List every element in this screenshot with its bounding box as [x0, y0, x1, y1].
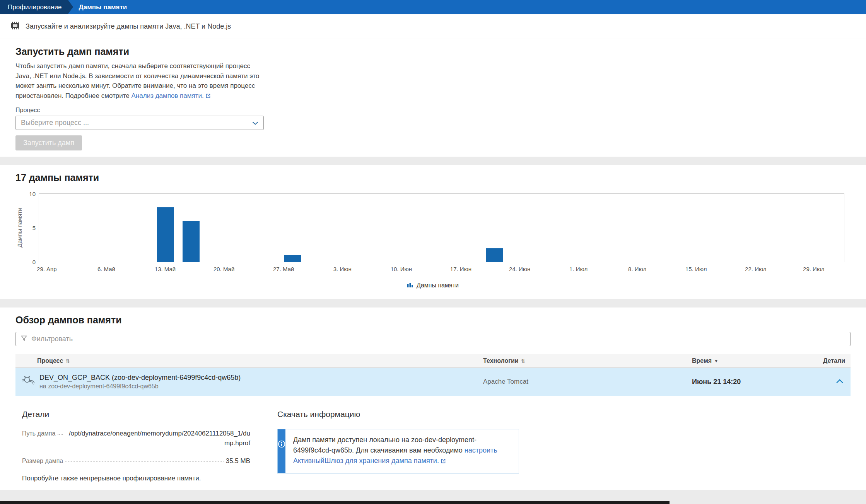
- trigger-dump-section: Запустить дамп памяти Чтобы запустить да…: [0, 39, 866, 157]
- download-column: Скачать информацию Дамп памяти доступен: [277, 410, 519, 482]
- bottom-partial-element: [0, 501, 670, 504]
- time-cell: Июнь 21 14:20: [684, 378, 812, 386]
- section-gap: [0, 299, 866, 308]
- chart-y-tick-label: 10: [29, 191, 36, 197]
- column-header-time[interactable]: Время ▼: [684, 357, 812, 364]
- section-gap: [0, 157, 866, 165]
- process-host: на zoo-dev-deployment-6499f9c4cd-qw65b: [39, 383, 241, 390]
- info-content: Дамп памяти доступен локально на zoo-dev…: [285, 429, 519, 473]
- info-box: Дамп памяти доступен локально на zoo-dev…: [277, 429, 519, 473]
- memory-dumps-overview-section: Обзор дампов памяти Фильтровать Процесс …: [0, 308, 866, 490]
- sort-icon[interactable]: ⇅: [65, 358, 70, 364]
- process-name: DEV_ON_GCP_BACK (zoo-dev-deployment-6499…: [39, 374, 241, 382]
- technology-cell: Apache Tomcat: [483, 378, 684, 386]
- process-text: DEV_ON_GCP_BACK (zoo-dev-deployment-6499…: [39, 374, 241, 390]
- filter-funnel-icon: [21, 335, 27, 343]
- dump-size-row: Размер дампа 35.5 MB: [22, 456, 250, 466]
- column-label: Детали: [823, 357, 845, 364]
- column-header-details: Детали: [812, 357, 851, 364]
- chart-y-tick-label: 0: [32, 259, 36, 265]
- filter-placeholder: Фильтровать: [31, 335, 73, 343]
- memory-dump-analysis-link[interactable]: Анализ дампов памяти.: [132, 92, 204, 99]
- subheader-text: Запускайте и анализируйте дампы памяти J…: [26, 22, 231, 31]
- chart-x-tick-label: 29. Июл: [803, 266, 824, 272]
- run-dump-button[interactable]: Запустить дамп: [15, 135, 82, 150]
- filter-input[interactable]: Фильтровать: [15, 332, 851, 346]
- table-row[interactable]: DEV_ON_GCP_BACK (zoo-dev-deployment-6499…: [15, 368, 851, 396]
- process-select[interactable]: Выберите процесс ...: [15, 116, 264, 130]
- column-label: Время: [692, 357, 712, 364]
- dump-path-value: /opt/dynatrace/oneagent/memorydump/20240…: [65, 429, 250, 448]
- chart-x-tick-label: 29. Апр: [37, 266, 57, 272]
- chart-legend-item[interactable]: Дампы памяти: [15, 282, 851, 289]
- memory-dumps-chart: Дампы памяти 0510 29. Апр6. Май13. Май20…: [39, 193, 844, 276]
- info-text: Дамп памяти доступен локально на zoo-dev…: [293, 436, 477, 454]
- dump-size-value: 35.5 MB: [226, 456, 250, 466]
- sort-desc-icon[interactable]: ▼: [714, 359, 718, 363]
- memory-dumps-table: Процесс ⇅ Технологии ⇅ Время ▼ Детали: [15, 354, 851, 490]
- trigger-description: Чтобы запустить дамп памяти, сначала выб…: [15, 61, 266, 101]
- page-subheader: Запускайте и анализируйте дампы памяти J…: [0, 14, 866, 39]
- process-select-placeholder: Выберите процесс ...: [21, 119, 89, 127]
- collapse-row-button[interactable]: [834, 378, 845, 386]
- process-label: Процесс: [15, 107, 851, 114]
- chart-title: 17 дампы памяти: [15, 172, 851, 183]
- legend-bars-icon: [407, 282, 413, 289]
- table-header-row: Процесс ⇅ Технологии ⇅ Время ▼ Детали: [15, 354, 851, 368]
- continuous-profiling-hint: Попробуйте также непрерывное профилирова…: [22, 475, 250, 482]
- memory-chip-icon: [10, 21, 20, 32]
- chart-x-tick-label: 20. Май: [214, 266, 234, 272]
- breadcrumb-item-memory-dumps[interactable]: Дампы памяти: [68, 0, 134, 14]
- chart-plot: 0510: [39, 193, 844, 262]
- chart-x-tick-label: 15. Июл: [685, 266, 707, 272]
- expanded-details-panel: Детали Путь дампа /opt/dynatrace/oneagen…: [15, 396, 851, 490]
- chart-x-tick-label: 10. Июн: [391, 266, 412, 272]
- chevron-down-icon: [252, 119, 258, 127]
- chart-bar: [486, 248, 503, 262]
- chart-x-tick-label: 17. Июн: [450, 266, 471, 272]
- details-cell: [812, 378, 851, 386]
- column-header-technology[interactable]: Технологии ⇅: [483, 357, 684, 364]
- download-heading: Скачать информацию: [277, 410, 519, 419]
- chart-x-tick-label: 13. Май: [155, 266, 176, 272]
- breadcrumb-label: Профилирование: [8, 3, 62, 11]
- breadcrumb-label: Дампы памяти: [79, 3, 127, 11]
- column-label: Процесс: [37, 357, 63, 364]
- chart-x-tick-label: 27. Май: [273, 266, 294, 272]
- chart-x-tick-label: 6. Май: [97, 266, 115, 272]
- dotted-leader: [58, 429, 63, 435]
- chart-x-axis: 29. Апр6. Май13. Май20. Май27. Май3. Июн…: [39, 266, 844, 276]
- dotted-leader: [65, 456, 223, 462]
- column-header-process[interactable]: Процесс ⇅: [15, 357, 483, 364]
- breadcrumb-item-profiling[interactable]: Профилирование: [0, 0, 68, 14]
- chart-x-tick-label: 1. Июл: [569, 266, 588, 272]
- chevron-up-icon: [836, 379, 844, 385]
- info-strip: [278, 429, 285, 473]
- chart-x-tick-label: 3. Июн: [333, 266, 352, 272]
- overview-title: Обзор дампов памяти: [15, 314, 851, 326]
- column-label: Технологии: [483, 357, 519, 364]
- dump-size-label: Размер дампа: [22, 456, 63, 465]
- info-icon: [278, 440, 285, 449]
- details-column: Детали Путь дампа /opt/dynatrace/oneagen…: [22, 410, 250, 482]
- dump-path-label: Путь дампа: [22, 429, 55, 437]
- sort-icon[interactable]: ⇅: [521, 358, 525, 364]
- chart-y-tick-label: 5: [32, 225, 36, 231]
- chart-bar: [183, 221, 200, 262]
- breadcrumb: Профилирование Дампы памяти: [0, 0, 866, 14]
- external-link-icon[interactable]: [441, 456, 446, 467]
- legend-label: Дампы памяти: [417, 282, 459, 289]
- dump-path-row: Путь дампа /opt/dynatrace/oneagent/memor…: [22, 429, 250, 448]
- chart-bar: [157, 207, 174, 262]
- chart-x-tick-label: 24. Июн: [509, 266, 530, 272]
- chart-x-tick-label: 22. Июл: [745, 266, 766, 272]
- section-title-trigger: Запустить дамп памяти: [15, 46, 851, 57]
- details-heading: Детали: [22, 410, 250, 419]
- external-link-icon[interactable]: [205, 92, 211, 102]
- apache-tomcat-icon: [22, 375, 36, 389]
- chart-bar: [284, 255, 301, 262]
- memory-dumps-chart-section: 17 дампы памяти Дампы памяти 0510 29. Ап…: [0, 165, 866, 299]
- chart-x-tick-label: 8. Июл: [628, 266, 646, 272]
- process-cell: DEV_ON_GCP_BACK (zoo-dev-deployment-6499…: [15, 374, 483, 390]
